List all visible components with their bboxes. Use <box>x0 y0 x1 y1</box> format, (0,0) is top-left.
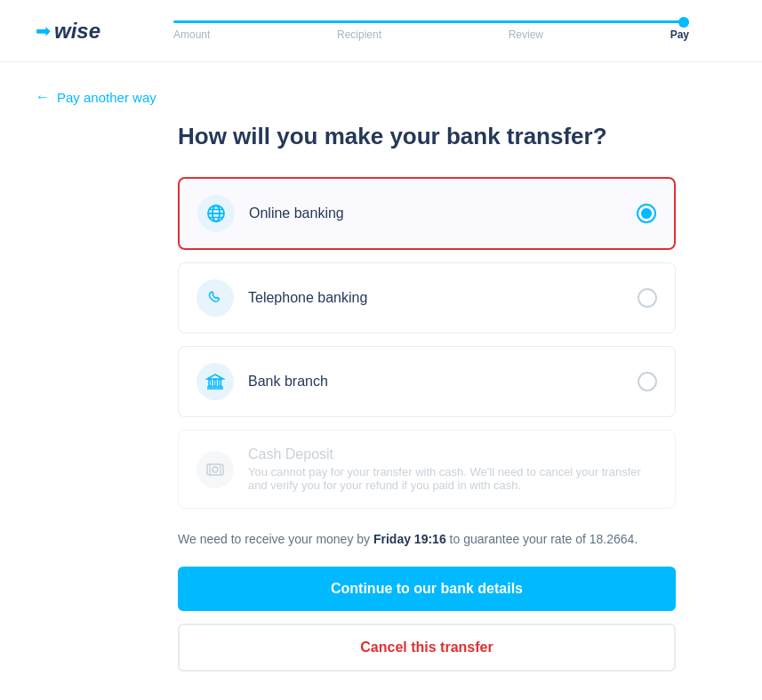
bank-branch-radio[interactable] <box>638 372 657 391</box>
main-content: How will you make your bank transfer? On… <box>0 114 762 698</box>
progress-dot <box>678 17 689 28</box>
bank-icon-circle <box>197 363 234 400</box>
svg-rect-6 <box>209 380 212 386</box>
phone-icon-circle <box>197 279 234 317</box>
online-banking-radio[interactable] <box>637 204 656 223</box>
progress-track <box>173 20 689 23</box>
continue-button[interactable]: Continue to our bank details <box>178 567 676 611</box>
header: ➟ wise Amount Recipient Review Pay <box>0 0 762 62</box>
svg-rect-8 <box>219 380 221 386</box>
info-text: We need to receive your money by Friday … <box>178 530 676 549</box>
logo-text: wise <box>54 19 100 44</box>
bank-branch-label: Bank branch <box>248 374 638 390</box>
info-before: We need to receive your money by <box>178 532 373 546</box>
svg-marker-5 <box>207 374 223 379</box>
back-link[interactable]: ← Pay another way <box>36 89 726 105</box>
back-link-area: ← Pay another way <box>0 62 762 114</box>
svg-rect-7 <box>214 380 217 386</box>
cash-icon <box>205 461 225 479</box>
telephone-banking-label: Telephone banking <box>248 290 638 306</box>
back-arrow-icon: ← <box>36 89 50 105</box>
step-amount: Amount <box>173 28 210 41</box>
option-online-banking[interactable]: Online banking <box>178 177 676 250</box>
bank-icon <box>205 372 225 391</box>
cancel-button[interactable]: Cancel this transfer <box>178 624 676 672</box>
step-pay: Pay <box>670 28 689 41</box>
page-title: How will you make your bank transfer? <box>178 123 726 150</box>
progress-fill <box>173 20 689 23</box>
back-link-label: Pay another way <box>57 90 156 105</box>
cash-deposit-sublabel: You cannot pay for your transfer with ca… <box>248 465 657 492</box>
option-telephone-banking[interactable]: Telephone banking <box>178 262 676 334</box>
step-review: Review <box>509 28 543 41</box>
progress-steps: Amount Recipient Review Pay <box>173 28 689 41</box>
globe-icon-circle <box>197 195 235 232</box>
step-recipient: Recipient <box>337 28 381 41</box>
info-after: to guarantee your rate of 18.2664. <box>446 532 638 546</box>
option-bank-branch[interactable]: Bank branch <box>178 346 676 417</box>
logo: ➟ wise <box>36 19 100 44</box>
option-cash-deposit: Cash Deposit You cannot pay for your tra… <box>178 430 676 509</box>
globe-icon <box>206 204 226 223</box>
cash-deposit-label: Cash Deposit <box>248 447 657 463</box>
progress-area: Amount Recipient Review Pay <box>136 20 726 41</box>
progress-bar <box>173 20 689 23</box>
telephone-banking-radio[interactable] <box>638 288 657 308</box>
info-deadline: Friday 19:16 <box>373 532 446 546</box>
cash-icon-circle <box>197 451 234 488</box>
phone-icon <box>206 289 224 307</box>
radio-inner-dot <box>641 208 652 219</box>
online-banking-label: Online banking <box>249 205 637 221</box>
logo-arrow-icon: ➟ <box>36 20 51 42</box>
svg-point-12 <box>213 467 218 472</box>
